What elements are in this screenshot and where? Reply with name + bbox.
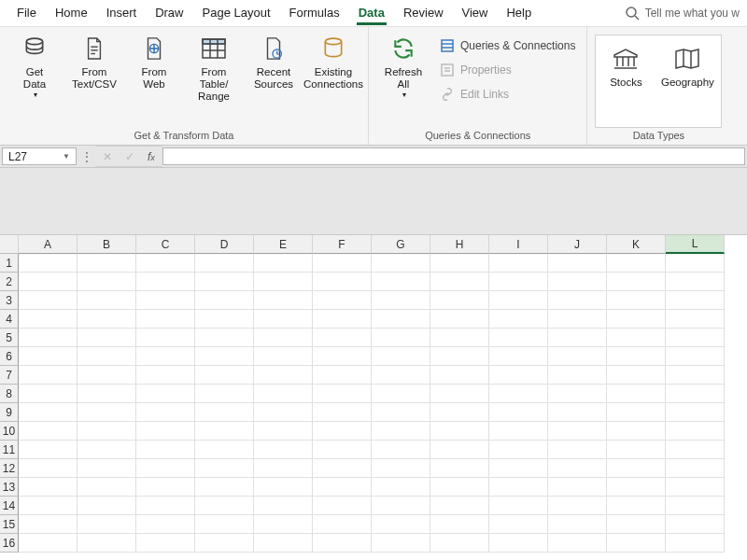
cell-G12[interactable] xyxy=(372,459,430,478)
cell-J16[interactable] xyxy=(548,534,607,553)
cell-F5[interactable] xyxy=(313,329,372,347)
cell-G13[interactable] xyxy=(372,478,430,497)
cell-C14[interactable] xyxy=(136,497,195,515)
cell-E3[interactable] xyxy=(254,291,313,310)
cell-K6[interactable] xyxy=(607,347,666,366)
cell-F16[interactable] xyxy=(313,534,372,553)
cell-C11[interactable] xyxy=(136,441,195,459)
col-header-G[interactable]: G xyxy=(372,235,430,254)
cell-H8[interactable] xyxy=(430,385,489,403)
cell-C4[interactable] xyxy=(136,310,195,329)
cell-L8[interactable] xyxy=(666,385,725,403)
cell-L3[interactable] xyxy=(666,291,725,310)
cell-D6[interactable] xyxy=(195,347,254,366)
col-header-L[interactable]: L xyxy=(666,235,725,254)
col-header-D[interactable]: D xyxy=(195,235,254,254)
cell-E7[interactable] xyxy=(254,366,313,385)
cell-A8[interactable] xyxy=(19,385,78,403)
cell-K7[interactable] xyxy=(607,366,666,385)
cell-A9[interactable] xyxy=(19,403,78,422)
cell-B6[interactable] xyxy=(78,347,136,366)
cell-K14[interactable] xyxy=(607,497,666,515)
cell-E10[interactable] xyxy=(254,422,313,441)
row-header-14[interactable]: 14 xyxy=(0,497,19,515)
cell-C3[interactable] xyxy=(136,291,195,310)
cell-B5[interactable] xyxy=(78,329,136,347)
cell-D15[interactable] xyxy=(195,515,254,534)
row-header-6[interactable]: 6 xyxy=(0,347,19,366)
cell-C12[interactable] xyxy=(136,459,195,478)
cell-I5[interactable] xyxy=(489,329,548,347)
cell-I12[interactable] xyxy=(489,459,548,478)
existing-connections-button[interactable]: Existing Connections xyxy=(306,31,360,94)
cell-G2[interactable] xyxy=(372,273,430,291)
cell-E14[interactable] xyxy=(254,497,313,515)
cell-L7[interactable] xyxy=(666,366,725,385)
col-header-J[interactable]: J xyxy=(548,235,607,254)
cell-H10[interactable] xyxy=(430,422,489,441)
cell-C8[interactable] xyxy=(136,385,195,403)
cell-C10[interactable] xyxy=(136,422,195,441)
cell-E11[interactable] xyxy=(254,441,313,459)
select-all-corner[interactable] xyxy=(0,235,19,254)
cell-F15[interactable] xyxy=(313,515,372,534)
cell-A10[interactable] xyxy=(19,422,78,441)
col-header-F[interactable]: F xyxy=(313,235,372,254)
cell-J1[interactable] xyxy=(548,254,607,273)
cell-G15[interactable] xyxy=(372,515,430,534)
cell-D4[interactable] xyxy=(195,310,254,329)
cell-F9[interactable] xyxy=(313,403,372,422)
row-header-11[interactable]: 11 xyxy=(0,441,19,459)
cell-K4[interactable] xyxy=(607,310,666,329)
cell-I1[interactable] xyxy=(489,254,548,273)
cell-F13[interactable] xyxy=(313,478,372,497)
cell-B8[interactable] xyxy=(78,385,136,403)
cell-F3[interactable] xyxy=(313,291,372,310)
cell-G9[interactable] xyxy=(372,403,430,422)
cell-F11[interactable] xyxy=(313,441,372,459)
cell-H12[interactable] xyxy=(430,459,489,478)
cell-F10[interactable] xyxy=(313,422,372,441)
cell-J3[interactable] xyxy=(548,291,607,310)
cell-D8[interactable] xyxy=(195,385,254,403)
cell-A11[interactable] xyxy=(19,441,78,459)
cell-F4[interactable] xyxy=(313,310,372,329)
cell-C2[interactable] xyxy=(136,273,195,291)
cell-E1[interactable] xyxy=(254,254,313,273)
cell-K13[interactable] xyxy=(607,478,666,497)
cell-H4[interactable] xyxy=(430,310,489,329)
cell-L13[interactable] xyxy=(666,478,725,497)
cell-I9[interactable] xyxy=(489,403,548,422)
cell-J2[interactable] xyxy=(548,273,607,291)
cell-G10[interactable] xyxy=(372,422,430,441)
cell-B14[interactable] xyxy=(78,497,136,515)
cell-A3[interactable] xyxy=(19,291,78,310)
cell-D5[interactable] xyxy=(195,329,254,347)
spreadsheet-grid[interactable]: ABCDEFGHIJKL12345678910111213141516 xyxy=(0,235,747,553)
cell-J5[interactable] xyxy=(548,329,607,347)
cell-I11[interactable] xyxy=(489,441,548,459)
cell-K12[interactable] xyxy=(607,459,666,478)
cell-I6[interactable] xyxy=(489,347,548,366)
from-text-csv-button[interactable]: From Text/CSV xyxy=(67,31,121,94)
tab-home[interactable]: Home xyxy=(46,2,97,25)
cell-C1[interactable] xyxy=(136,254,195,273)
cell-A4[interactable] xyxy=(19,310,78,329)
cell-C16[interactable] xyxy=(136,534,195,553)
cell-A13[interactable] xyxy=(19,478,78,497)
cell-F12[interactable] xyxy=(313,459,372,478)
cell-G7[interactable] xyxy=(372,366,430,385)
cell-C7[interactable] xyxy=(136,366,195,385)
cell-B4[interactable] xyxy=(78,310,136,329)
cell-H6[interactable] xyxy=(430,347,489,366)
cell-D12[interactable] xyxy=(195,459,254,478)
cell-D3[interactable] xyxy=(195,291,254,310)
from-table-range-button[interactable]: From Table/ Range xyxy=(187,31,241,106)
cell-K3[interactable] xyxy=(607,291,666,310)
col-header-E[interactable]: E xyxy=(254,235,313,254)
cell-E15[interactable] xyxy=(254,515,313,534)
cell-B1[interactable] xyxy=(78,254,136,273)
cell-K15[interactable] xyxy=(607,515,666,534)
cell-B15[interactable] xyxy=(78,515,136,534)
cell-H11[interactable] xyxy=(430,441,489,459)
